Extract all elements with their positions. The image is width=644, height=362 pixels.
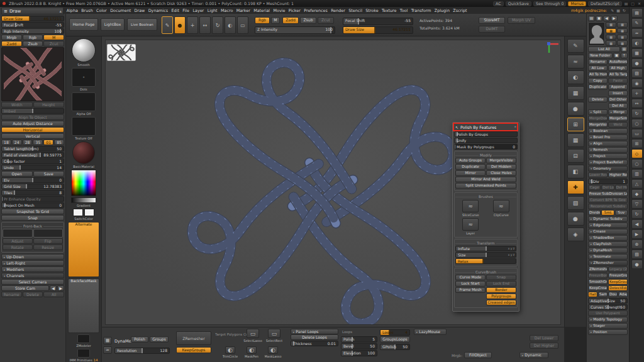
popup-lock-start[interactable]: Lock Start [455,281,486,287]
tool-stager[interactable]: ▸Stager [588,323,628,329]
subtool-thumb[interactable]: ▦ [606,28,616,34]
menu-item-tool[interactable]: Tool [398,8,409,13]
slider-notch[interactable] [142,348,143,353]
shelf-draw-size[interactable]: Draw Size46.17211 [343,26,413,34]
menu-item-layer[interactable]: Layer [191,8,206,13]
draw-snapshot-to-grid[interactable]: Snapshot To Grid [1,209,64,214]
slider-notch[interactable] [374,27,375,33]
tool-crease[interactable]: ▸Crease [588,229,628,234]
menu-item-brush[interactable]: Brush [80,8,95,13]
tool-copy[interactable]: Copy [588,78,608,84]
custom-menu-label[interactable]: m4gik podreczne: [571,8,609,13]
solo-icon[interactable]: ○ [631,119,643,128]
draw-select-camera[interactable]: Select Camera [1,279,64,285]
popup-mask-by-polygroups[interactable]: Mask By Polygroups0 [454,144,518,150]
draw-crop-factor[interactable]: Crop factor1 [1,158,64,164]
tool-remesh[interactable]: ▸Remesh [588,147,628,153]
slider-notch[interactable] [32,109,33,113]
tool-edgeloop[interactable]: ▸EdgeLoop [588,222,628,228]
tool-duplicate[interactable]: Duplicate [588,84,608,90]
tool-double[interactable]: Double [608,292,618,297]
tool-mergevisible[interactable]: MergeVisible [588,122,608,128]
tool-project[interactable]: ▸Project [588,153,628,159]
tool-freeze-subdivision-levels[interactable]: Freeze SubDivision Levels [588,191,628,197]
tool-all-high[interactable]: All High [608,65,628,71]
tool-top-icon[interactable]: ◀ [603,16,610,21]
draw-zsub[interactable]: Zsub [23,41,43,47]
draw-01[interactable]: 01 [43,140,53,145]
tool-modify-topology[interactable]: ▸Modify Topology [588,317,628,322]
active-tool-thumbnail[interactable] [588,22,605,46]
subtool-thumb[interactable]: ▦ [617,35,628,40]
morph-uv-button[interactable]: Morph UV [508,17,535,24]
dynamic-header[interactable]: ▸Dynamic [519,352,548,358]
popup-del-hidden[interactable]: Del Hidden [486,164,516,170]
draw-28[interactable]: 28 [23,140,33,145]
bottom-thickness[interactable]: Thickness0.01 [291,341,338,346]
picker-icon[interactable]: ◉ [631,79,643,88]
draw-left-right[interactable]: ▸Left-Right [1,260,64,266]
zadd-button[interactable]: Zadd [282,17,299,24]
popup-size[interactable]: Sizex y z [455,252,516,258]
stroke-thumbnail[interactable]: • [72,68,96,87]
popup-polish-by-groups[interactable]: Polish By Groups [454,131,518,137]
extract-icon[interactable]: ◈ [567,228,584,241]
popup-close-holes[interactable]: Close Holes [486,170,516,176]
draw-pr-enhance-opacity[interactable]: Pr Enhance Opacity [1,196,64,202]
tool-convert-bpr-to-geo[interactable]: Convert BPR To Geo [588,197,628,203]
menu-item-preferences[interactable]: Preferences [303,8,330,13]
menu-item-zplugin[interactable]: Zplugin [433,8,452,13]
draw-delete[interactable]: Delete [23,292,43,297]
bottom-loops[interactable]: Loops4 [380,329,410,336]
slider-notch[interactable] [29,16,30,21]
menu-item-dynamics[interactable]: Dynamics [147,8,170,13]
menu-icon[interactable]: ▦ [615,8,621,13]
menu-item-zscript[interactable]: Zscript [452,8,469,13]
tool-all-to-home[interactable]: All To Home [588,72,608,77]
palette-title[interactable]: ≡Draw▴ [1,8,64,14]
scale-icon[interactable]: ↔ [631,99,643,108]
tool-higher-res[interactable]: Higher Res [608,172,628,178]
fillobject-button[interactable]: FillObject [464,352,492,358]
tool-geometry[interactable]: ▾Geometry [588,166,628,172]
shelf-item-zmodeler[interactable]: ZModeler [76,334,91,348]
draw-horizontal[interactable]: Horizontal [1,127,64,133]
texture-icon[interactable]: ▦ [631,48,643,58]
stroke-icon[interactable]: ≈ [631,28,643,38]
popup-mirror[interactable]: Mirror [455,170,486,176]
menu-icon[interactable]: ✎ [609,8,615,13]
polish-button[interactable]: Polish [131,336,148,343]
tool-keepgroups[interactable]: KeepGroups [608,279,628,285]
edit-mode-icon[interactable]: ✎ [162,16,173,34]
draw-adjust[interactable]: Adjust [3,238,33,244]
draw-next-blank[interactable]: ▶ [57,285,64,291]
material-icon[interactable]: ● [631,58,643,68]
draw-18[interactable]: 18 [1,140,11,145]
titlebar-quicksave[interactable]: QuickSave [506,1,531,6]
draw-mode-icon[interactable]: ● [174,16,186,34]
draw-save[interactable]: Save [33,171,65,177]
groups-button[interactable]: Groups [150,336,169,343]
menu-item-picker[interactable]: Picker [287,8,302,13]
draw-field-of-view-deg[interactable]: Field of view(deg)89.59775 [1,152,64,158]
popup-creased-edges[interactable]: Creased edges [486,300,516,305]
tool-freezeborder[interactable]: FreezeBorder [588,273,608,278]
draw-width[interactable]: Width [1,102,33,107]
draw-align-to-object[interactable]: Align To Object [1,114,64,120]
draw-grid-size[interactable]: Grid Size12.78383 [1,184,64,189]
main-color-swatch[interactable] [73,209,83,216]
draw-prev-blank[interactable]: ◀ [50,285,57,291]
tool-freezegroups[interactable]: FreezeGroups [608,273,628,278]
draw-vertical[interactable]: Vertical [1,133,64,139]
subtool-thumb[interactable]: ▦ [606,35,616,40]
draw-undo[interactable]: Undo14 [1,165,64,170]
draw-resize[interactable]: Resize [33,244,64,250]
secondary-color-swatch[interactable] [84,209,94,216]
bottom-shelf-icon[interactable]: ≈ [103,346,112,354]
tool-sdiv[interactable]: SDiv1 [588,178,628,184]
menu-item-alpha[interactable]: Alpha [65,8,80,13]
tool-merge[interactable]: ▸Merge [608,109,628,115]
floor-icon[interactable]: ▥ [631,169,643,178]
reference-image-slot[interactable] [3,229,33,238]
panel-loops-header[interactable]: ▸Panel Loops [291,329,338,334]
